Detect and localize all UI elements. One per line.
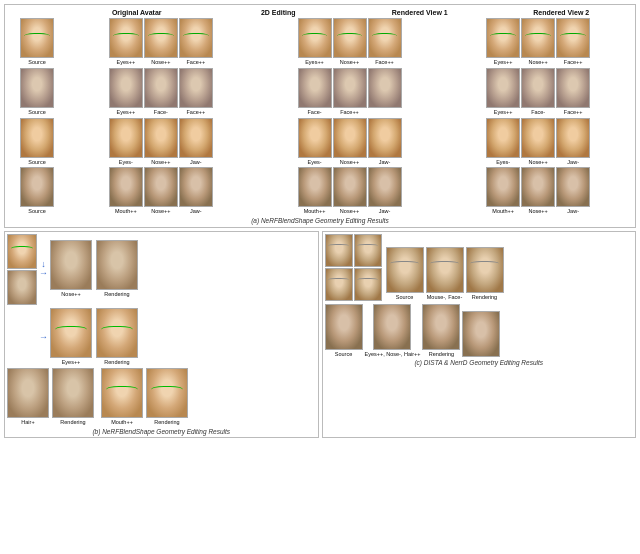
face-r2-rv1-face-pp	[368, 68, 402, 108]
face-r4-rv1-nose	[333, 167, 367, 207]
label-bl-nose: Nose++	[61, 291, 80, 298]
bottom-right-caption: (c) DISTA & NerrD Geometry Editing Resul…	[325, 359, 634, 366]
label-r1-rv2-face: Face++	[564, 59, 583, 66]
label-br-source-top: Source	[396, 294, 413, 301]
label-r1-orig-eyes: Eyes++	[117, 59, 136, 66]
face-r1-orig-eyes	[109, 18, 143, 58]
bottom-right-section: Source Mouse-, Face- Rendering Source	[322, 231, 637, 438]
label-r4-rv1-jaw: Jaw-	[379, 208, 391, 215]
face-r1-rv1-face	[368, 18, 402, 58]
label-bl-hair: Hair+	[21, 419, 34, 426]
face-r1-rv1-eyes	[298, 18, 332, 58]
label-r3-rv2-eyes-m: Eyes-	[496, 159, 510, 166]
face-r2-orig-face-pp	[179, 68, 213, 108]
face-r4-rv1-jaw	[368, 167, 402, 207]
label-r4-rv2-mouth: Mouth++	[492, 208, 514, 215]
label-r2-orig-face-pp: Face++	[187, 109, 206, 116]
col-header-orig: Original Avatar	[66, 9, 208, 17]
label-r3-rv2-jaw-m: Jaw-	[567, 159, 579, 166]
col-header-rv2: Rendered View 2	[491, 9, 633, 17]
label-r2-rv2-face-m: Face-	[531, 109, 545, 116]
face-r1-orig-face	[179, 18, 213, 58]
label-br-source-bottom: Source	[335, 351, 352, 358]
face-r2-rv1-face-m	[333, 68, 367, 108]
face-r3-rv1-nose-pp	[333, 118, 367, 158]
label-bl-nose-render: Rendering	[104, 291, 129, 298]
br-grid-bl	[325, 268, 353, 301]
label-r1-rv1-eyes: Eyes++	[305, 59, 324, 66]
bl-mouth-result	[101, 368, 143, 418]
label-r2-rv1-eyes: Face-	[307, 109, 321, 116]
face-r1-rv1-nose	[333, 18, 367, 58]
label-r1-rv2-nose: Nose++	[529, 59, 548, 66]
label-r3-rv1-nose-pp: Nose++	[340, 159, 359, 166]
face-r2-rv2-face-m	[521, 68, 555, 108]
label-r3-orig-eyes-m: Eyes-	[119, 159, 133, 166]
label-r2-orig-face-m: Face-	[154, 109, 168, 116]
label-r2-rv2-eyes: Eyes++	[494, 109, 513, 116]
face-r2-source	[20, 68, 54, 108]
bl-hair-result	[7, 368, 49, 418]
br-grid-tl	[325, 234, 353, 267]
label-r1-orig-nose: Nose++	[151, 59, 170, 66]
face-r3-rv1-jaw-m	[368, 118, 402, 158]
label-r4-orig-mouth: Mouth++	[115, 208, 137, 215]
face-r2-orig-face-m	[144, 68, 178, 108]
face-r2-rv2-eyes	[486, 68, 520, 108]
col-header-2d: 2D Editing	[208, 9, 350, 17]
br-source-top	[386, 247, 424, 293]
face-r3-rv2-eyes-m	[486, 118, 520, 158]
br-source-bottom	[325, 304, 363, 350]
bl-mouth-rendering	[146, 368, 188, 418]
label-br-eyes-nose-hair: Eyes++, Nose-, Hair++	[365, 351, 421, 358]
face-r4-rv1-mouth	[298, 167, 332, 207]
face-r3-orig-nose-pp	[144, 118, 178, 158]
bl-eyes-result	[50, 308, 92, 358]
face-r2-rv1-eyes	[298, 68, 332, 108]
bl-nose-rendering	[96, 240, 138, 290]
face-r4-orig-mouth	[109, 167, 143, 207]
br-rendering-bottom	[422, 304, 460, 350]
label-r3-rv2-nose-pp: Nose++	[529, 159, 548, 166]
label-r2-rv2-face-pp: Face++	[564, 109, 583, 116]
label-r1-rv2-eyes: Eyes++	[494, 59, 513, 66]
label-r1-orig-face: Face++	[187, 59, 206, 66]
face-r2-orig-eyes	[109, 68, 143, 108]
label-br-rendering-top: Rendering	[472, 294, 497, 301]
label-r1-source: Source	[28, 59, 45, 66]
col-header-rv1: Rendered View 1	[349, 9, 491, 17]
label-r4-rv1-nose: Nose++	[340, 208, 359, 215]
face-r3-orig-jaw-m	[179, 118, 213, 158]
face-r4-rv2-nose	[521, 167, 555, 207]
label-br-mouse-face: Mouse-, Face-	[427, 294, 462, 301]
label-bl-mouth: Mouth++	[111, 419, 133, 426]
label-r4-source: Source	[28, 208, 45, 215]
label-r2-rv1-face-m: Face++	[340, 109, 359, 116]
label-r3-orig-nose-pp: Nose++	[151, 159, 170, 166]
br-eyes-nose-hair	[373, 304, 411, 350]
label-r3-rv1-jaw-m: Jaw-	[379, 159, 391, 166]
face-r1-rv2-face	[556, 18, 590, 58]
br-mouse-face	[426, 247, 464, 293]
br-rendering-top	[466, 247, 504, 293]
br-biden-extra	[462, 311, 500, 357]
bottom-left-section: ↓ → Nose++ Rendering →	[4, 231, 319, 438]
arrow-right-1: →	[39, 269, 48, 278]
bottom-left-caption: (b) NeRFBlendShape Geometry Editing Resu…	[7, 428, 316, 435]
bl-source-asian	[7, 234, 37, 269]
page-container: Original Avatar 2D Editing Rendered View…	[0, 0, 640, 554]
face-r2-rv2-face-pp	[556, 68, 590, 108]
face-r3-source	[20, 118, 54, 158]
label-r1-rv1-nose: Nose++	[340, 59, 359, 66]
label-r3-rv1-eyes-m: Eyes-	[307, 159, 321, 166]
label-bl-hair-render: Rendering	[60, 419, 85, 426]
face-r4-rv2-jaw	[556, 167, 590, 207]
face-r1-orig-nose	[144, 18, 178, 58]
bl-eyes-rendering	[96, 308, 138, 358]
label-r4-orig-jaw: Jaw-	[190, 208, 202, 215]
label-r4-orig-nose: Nose++	[151, 208, 170, 215]
label-r4-rv1-mouth: Mouth++	[304, 208, 326, 215]
label-bl-eyes: Eyes++	[62, 359, 81, 366]
br-grid-tr	[354, 234, 382, 267]
label-r2-source: Source	[28, 109, 45, 116]
